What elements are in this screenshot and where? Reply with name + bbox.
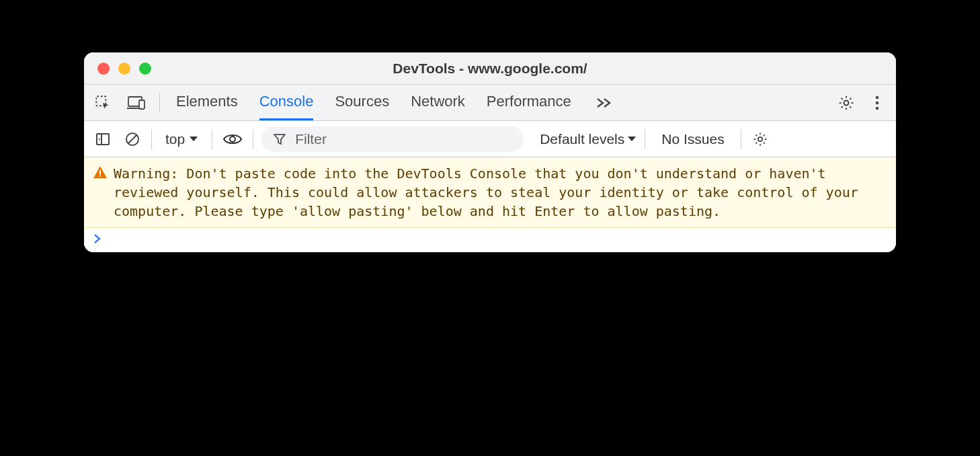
filter-input[interactable] [295,131,512,147]
divider [253,129,253,149]
toggle-console-sidebar-icon[interactable] [92,128,114,150]
console-toolbar: top Default levels No Issues [84,121,896,157]
svg-line-11 [128,135,136,143]
chevron-down-icon [627,136,637,143]
devtools-window: DevTools - www.google.com/ Elements Con [84,52,896,252]
kebab-menu-icon[interactable] [866,92,888,114]
divider [645,129,645,149]
tab-network[interactable]: Network [411,85,465,120]
console-settings-gear-icon[interactable] [749,128,771,150]
tab-sources[interactable]: Sources [335,85,389,120]
live-expression-icon[interactable] [220,132,245,146]
svg-rect-15 [99,176,101,177]
divider [741,129,741,149]
filter-icon [274,133,286,145]
svg-point-7 [876,106,879,110]
inspect-element-icon[interactable] [92,92,114,114]
window-controls [84,63,151,75]
chevron-down-icon [189,136,198,143]
prompt-chevron-icon [93,233,101,247]
close-window-button[interactable] [97,63,110,75]
svg-point-5 [876,96,879,99]
panel-tabs: Elements Console Sources Network Perform… [160,85,827,120]
warning-text: Warning: Don't paste code into the DevTo… [114,164,883,221]
execution-context-select[interactable]: top [160,131,204,147]
tab-elements[interactable]: Elements [176,85,238,120]
divider [212,129,212,149]
window-title: DevTools - www.google.com/ [84,61,896,77]
svg-point-13 [758,137,762,141]
console-body: Warning: Don't paste code into the DevTo… [84,157,896,252]
titlebar: DevTools - www.google.com/ [84,52,896,85]
more-tabs-icon[interactable] [593,92,614,114]
warning-triangle-icon [93,166,107,181]
tab-performance[interactable]: Performance [487,85,571,120]
clear-console-icon[interactable] [122,128,143,150]
console-warning-row: Warning: Don't paste code into the DevTo… [84,157,896,228]
levels-label: Default levels [540,131,624,147]
minimize-window-button[interactable] [118,63,130,75]
device-toolbar-icon[interactable] [126,92,147,114]
svg-point-4 [844,100,849,105]
filter-box[interactable] [261,126,524,152]
svg-rect-8 [97,134,109,145]
svg-point-12 [230,137,235,142]
issues-button[interactable]: No Issues [653,131,732,147]
svg-rect-14 [99,170,101,174]
console-prompt-row[interactable] [84,228,896,252]
svg-rect-3 [139,100,145,109]
tab-console[interactable]: Console [259,85,314,120]
divider [151,129,152,149]
maximize-window-button[interactable] [139,63,151,75]
main-tabbar: Elements Console Sources Network Perform… [84,85,896,121]
settings-gear-icon[interactable] [835,92,857,114]
svg-point-6 [876,101,879,104]
log-levels-select[interactable]: Default levels [540,131,637,147]
context-label: top [165,131,185,147]
